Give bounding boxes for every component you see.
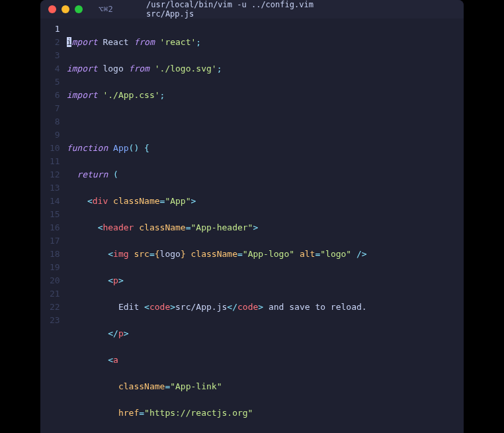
line-number: 4 bbox=[50, 62, 60, 75]
line-number: 20 bbox=[50, 274, 60, 287]
zoom-icon[interactable] bbox=[75, 5, 83, 13]
code-line: </p> bbox=[67, 327, 464, 340]
line-number: 9 bbox=[50, 128, 60, 142]
code-line: return ( bbox=[67, 168, 464, 181]
code-line: Edit <code>src/App.js</code> and save to… bbox=[67, 301, 464, 314]
line-number: 22 bbox=[50, 301, 60, 314]
line-number: 7 bbox=[50, 102, 60, 115]
code-line: import logo from './logo.svg'; bbox=[67, 62, 464, 75]
line-number: 23 bbox=[50, 314, 60, 327]
line-number: 11 bbox=[50, 155, 60, 168]
line-number: 19 bbox=[50, 261, 60, 274]
line-number: 8 bbox=[50, 115, 60, 128]
line-number: 6 bbox=[50, 89, 60, 102]
terminal-window: ⌥⌘2 /usr/local/bin/vim -u ../config.vim … bbox=[40, 0, 464, 433]
line-number: 17 bbox=[50, 234, 60, 248]
titlebar: ⌥⌘2 /usr/local/bin/vim -u ../config.vim … bbox=[40, 0, 464, 19]
window-title: /usr/local/bin/vim -u ../config.vim src/… bbox=[146, 0, 358, 19]
line-number: 12 bbox=[50, 168, 60, 181]
line-number: 3 bbox=[50, 49, 60, 62]
line-number: 18 bbox=[50, 248, 60, 261]
code-line: <p> bbox=[67, 274, 464, 287]
line-number: 21 bbox=[50, 287, 60, 301]
tab-shortcut: ⌥⌘2 bbox=[99, 5, 113, 14]
line-number: 14 bbox=[50, 195, 60, 208]
line-number: 13 bbox=[50, 181, 60, 195]
editor-area[interactable]: 1 2 3 4 5 6 7 8 9 10 11 12 13 14 15 16 1… bbox=[40, 19, 464, 433]
code-content[interactable]: import React from 'react'; import logo f… bbox=[67, 23, 464, 433]
code-line: <img src={logo} className="App-logo" alt… bbox=[67, 248, 464, 261]
minimize-icon[interactable] bbox=[62, 5, 69, 13]
line-number: 16 bbox=[50, 221, 60, 234]
code-line: className="App-link" bbox=[67, 380, 464, 393]
line-number: 5 bbox=[50, 75, 60, 89]
traffic-lights bbox=[48, 5, 83, 13]
code-line: import './App.css'; bbox=[67, 89, 464, 102]
line-number: 15 bbox=[50, 208, 60, 221]
code-line: <div className="App"> bbox=[67, 195, 464, 208]
close-icon[interactable] bbox=[48, 5, 56, 13]
code-line: <a bbox=[67, 354, 464, 367]
code-line: <header className="App-header"> bbox=[67, 221, 464, 234]
line-number-gutter: 1 2 3 4 5 6 7 8 9 10 11 12 13 14 15 16 1… bbox=[40, 23, 67, 433]
code-line bbox=[67, 115, 464, 128]
line-number: 2 bbox=[50, 36, 60, 49]
line-number: 10 bbox=[50, 142, 60, 155]
code-line: import React from 'react'; bbox=[67, 36, 464, 49]
code-line: href="https://reactjs.org" bbox=[67, 407, 464, 420]
code-line: function App() { bbox=[67, 142, 464, 155]
line-number: 1 bbox=[50, 23, 60, 36]
